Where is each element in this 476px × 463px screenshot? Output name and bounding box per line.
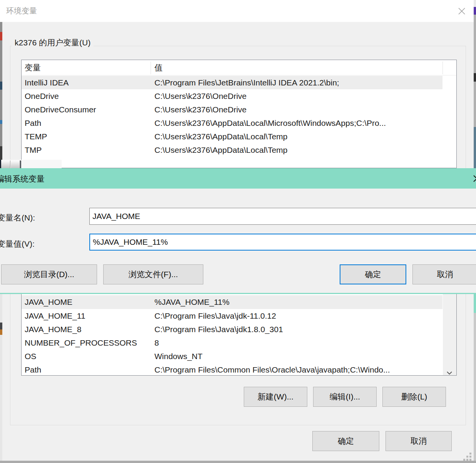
edit-button[interactable]: 编辑(I)... bbox=[313, 387, 377, 407]
user-variables-table[interactable]: 变量 值 IntelliJ IDEA C:\Program Files\JetB… bbox=[21, 60, 457, 168]
background-fragment bbox=[20, 160, 21, 168]
ok-button[interactable]: 确定 bbox=[340, 264, 406, 284]
table-row[interactable]: JAVA_HOME %JAVA_HOME_11% bbox=[22, 295, 442, 309]
main-titlebar[interactable]: 环境变量 bbox=[2, 0, 474, 22]
edit-dialog-titlebar[interactable]: 编辑系统变量 bbox=[0, 168, 476, 189]
new-button[interactable]: 新建(W)... bbox=[244, 387, 307, 407]
table-row[interactable]: Path C:\Program Files\Common Files\Oracl… bbox=[22, 363, 442, 376]
browse-directory-button[interactable]: 浏览目录(D)... bbox=[1, 264, 97, 284]
background-fragment bbox=[474, 73, 476, 82]
column-divider[interactable] bbox=[442, 62, 443, 74]
table-row[interactable]: TMP C:\Users\k2376\AppData\Local\Temp bbox=[22, 143, 442, 157]
user-variables-group-label: k2376 的用户变量(U) bbox=[12, 37, 94, 48]
background-fragment bbox=[11, 160, 20, 168]
window-title: 环境变量 bbox=[6, 6, 37, 16]
scroll-down-icon[interactable] bbox=[447, 369, 452, 373]
table-row[interactable]: JAVA_HOME_11 C:\Program Files\Java\jdk-1… bbox=[22, 309, 442, 323]
cancel-button[interactable]: 取消 bbox=[385, 431, 452, 451]
table-row[interactable]: OneDrive C:\Users\k2376\OneDrive bbox=[22, 89, 442, 103]
variable-name-label: 变量名(N): bbox=[0, 212, 35, 223]
table-row[interactable]: NUMBER_OF_PROCESSORS 8 bbox=[22, 336, 442, 349]
screen: 环境变量 k2376 的用户变量(U) 变量 值 IntelliJ IDEA C… bbox=[0, 0, 476, 463]
background-fragment bbox=[474, 127, 476, 168]
table-row[interactable]: OS Windows_NT bbox=[22, 349, 442, 363]
user-table-header: 变量 值 bbox=[22, 60, 456, 75]
variable-name-input[interactable] bbox=[89, 208, 476, 225]
column-header-value[interactable]: 值 bbox=[154, 60, 163, 75]
edit-dialog-title: 编辑系统变量 bbox=[0, 174, 45, 184]
table-row[interactable]: Path C:\Users\k2376\AppData\Local\Micros… bbox=[22, 116, 442, 130]
resize-grip[interactable] bbox=[463, 453, 471, 461]
background-fragment bbox=[474, 294, 476, 313]
close-icon[interactable] bbox=[457, 6, 467, 16]
cancel-button[interactable]: 取消 bbox=[412, 264, 476, 284]
background-fragment-strip bbox=[0, 160, 62, 168]
background-fragment bbox=[474, 0, 476, 7]
table-row[interactable]: JAVA_HOME_8 C:\Program Files\Java\jdk1.8… bbox=[22, 323, 442, 336]
column-divider[interactable] bbox=[151, 62, 151, 74]
ok-button[interactable]: 确定 bbox=[312, 431, 379, 451]
table-row[interactable]: OneDriveConsumer C:\Users\k2376\OneDrive bbox=[22, 103, 442, 116]
table-row[interactable]: IntelliJ IDEA C:\Program Files\JetBrains… bbox=[22, 76, 442, 89]
close-icon[interactable] bbox=[472, 174, 476, 184]
background-fragment bbox=[1, 160, 10, 168]
background-fragment bbox=[474, 313, 476, 463]
browse-file-button[interactable]: 浏览文件(F)... bbox=[103, 264, 203, 284]
edit-system-variable-dialog: 编辑系统变量 变量名(N): 变量值(V): 浏览目录(D)... 浏览文件(F… bbox=[0, 168, 476, 294]
column-header-variable[interactable]: 变量 bbox=[25, 60, 41, 75]
variable-value-label: 变量值(V): bbox=[0, 239, 35, 249]
background-fragment bbox=[474, 7, 476, 15]
background-bottom-sliver bbox=[0, 461, 476, 463]
delete-button[interactable]: 删除(L) bbox=[382, 387, 446, 407]
table-row[interactable]: TEMP C:\Users\k2376\AppData\Local\Temp bbox=[22, 130, 442, 143]
variable-value-input[interactable] bbox=[89, 234, 476, 251]
